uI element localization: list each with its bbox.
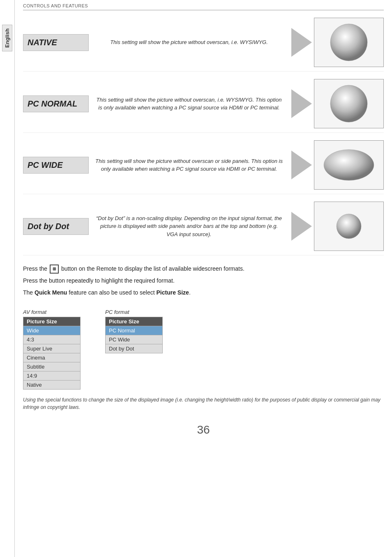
pc-item-pc-normal-label: PC Normal bbox=[106, 326, 163, 335]
page-number: 36 bbox=[23, 423, 384, 436]
av-item-subtitle-label: Subtitle bbox=[23, 362, 81, 371]
av-header-cell: Picture Size bbox=[23, 317, 81, 326]
pc-normal-arrow bbox=[289, 89, 314, 118]
av-format-label: AV format bbox=[23, 309, 81, 315]
page-header: CONTROLS AND FEATURES bbox=[23, 0, 384, 10]
picture-size-text: Picture Size bbox=[157, 289, 189, 296]
pc-wide-sphere bbox=[318, 146, 380, 183]
pc-format-label: PC format bbox=[105, 309, 163, 315]
av-menu-item-wide[interactable]: Wide bbox=[23, 326, 81, 335]
line1-pre: Press the bbox=[23, 265, 49, 272]
dot-by-dot-arrow bbox=[289, 212, 314, 241]
feature-pc-wide: PC WIDE This setting will show the pictu… bbox=[23, 133, 384, 194]
pc-menu-header: Picture Size bbox=[106, 317, 163, 326]
instructions-section: Press the ⊞ button on the Remote to disp… bbox=[23, 255, 384, 304]
native-description: This setting will show the picture witho… bbox=[89, 38, 289, 46]
av-item-14-9-label: 14:9 bbox=[23, 371, 81, 380]
svg-point-3 bbox=[337, 214, 361, 239]
sidebar-label: English bbox=[2, 25, 12, 51]
av-menu-item-super-live[interactable]: Super Live bbox=[23, 344, 81, 353]
line3-pre: The bbox=[23, 289, 35, 296]
pc-normal-label: PC NORMAL bbox=[23, 95, 89, 112]
svg-point-0 bbox=[330, 24, 367, 61]
av-menu-item-native[interactable]: Native bbox=[23, 380, 81, 389]
native-arrow bbox=[289, 28, 314, 57]
pc-menu-item-dot-by-dot[interactable]: Dot by Dot bbox=[106, 344, 163, 353]
line1-post: button on the Remote to display the list… bbox=[60, 265, 244, 272]
av-item-native-label: Native bbox=[23, 380, 81, 389]
av-menu-header: Picture Size bbox=[23, 317, 81, 326]
dot-by-dot-description: “Dot by Dot” is a non-scaling display. D… bbox=[89, 214, 289, 239]
native-sphere bbox=[324, 22, 374, 63]
native-preview bbox=[314, 18, 384, 67]
features-container: NATIVE This setting will show the pictur… bbox=[23, 10, 384, 255]
pc-wide-arrow bbox=[289, 151, 314, 179]
pc-normal-description: This setting will show the picture witho… bbox=[89, 96, 289, 112]
av-item-wide-label: Wide bbox=[23, 326, 81, 335]
av-item-super-live-label: Super Live bbox=[23, 344, 81, 353]
av-format-column: AV format Picture Size Wide 4:3 Super Li… bbox=[23, 309, 81, 390]
pc-item-dot-by-dot-label: Dot by Dot bbox=[106, 344, 163, 353]
sidebar: English bbox=[0, 0, 15, 557]
svg-point-2 bbox=[324, 150, 374, 181]
main-content: CONTROLS AND FEATURES NATIVE This settin… bbox=[15, 0, 392, 453]
remote-button-icon: ⊞ bbox=[50, 265, 59, 274]
pc-menu-table: Picture Size PC Normal PC Wide Dot by Do… bbox=[105, 317, 163, 353]
pc-item-pc-wide-label: PC Wide bbox=[106, 335, 163, 344]
pc-wide-description: This setting will show the picture witho… bbox=[89, 157, 289, 173]
av-item-4-3-label: 4:3 bbox=[23, 335, 81, 344]
instruction-line2: Press the button repeatedly to highlight… bbox=[23, 276, 384, 286]
av-item-cinema-label: Cinema bbox=[23, 353, 81, 362]
instruction-line3: The Quick Menu feature can also be used … bbox=[23, 288, 384, 298]
line3-end: . bbox=[189, 289, 191, 296]
dot-by-dot-sphere bbox=[332, 211, 365, 242]
av-menu-item-subtitle[interactable]: Subtitle bbox=[23, 362, 81, 371]
instruction-line1: Press the ⊞ button on the Remote to disp… bbox=[23, 264, 384, 274]
pc-menu-item-pc-wide[interactable]: PC Wide bbox=[106, 335, 163, 344]
pc-wide-label: PC WIDE bbox=[23, 157, 89, 174]
dot-by-dot-preview bbox=[314, 202, 384, 251]
native-label: NATIVE bbox=[23, 34, 89, 51]
pc-menu-item-pc-normal[interactable]: PC Normal bbox=[106, 326, 163, 335]
feature-dot-by-dot: Dot by Dot “Dot by Dot” is a non-scaling… bbox=[23, 194, 384, 255]
line3-mid: feature can also be used to select bbox=[67, 289, 156, 296]
arrow-icon bbox=[291, 89, 312, 118]
disclaimer-text: Using the special functions to change th… bbox=[23, 396, 384, 411]
feature-pc-normal: PC NORMAL This setting will show the pic… bbox=[23, 72, 384, 133]
pc-format-column: PC format Picture Size PC Normal PC Wide… bbox=[105, 309, 163, 353]
menus-row: AV format Picture Size Wide 4:3 Super Li… bbox=[23, 309, 384, 390]
arrow-icon bbox=[291, 212, 312, 241]
pc-header-cell: Picture Size bbox=[106, 317, 163, 326]
pc-normal-sphere bbox=[324, 83, 374, 124]
arrow-icon bbox=[291, 28, 312, 57]
svg-point-1 bbox=[330, 85, 367, 122]
quick-menu-text: Quick Menu bbox=[35, 289, 67, 296]
av-menu-table: Picture Size Wide 4:3 Super Live Cinema … bbox=[23, 317, 81, 390]
arrow-icon bbox=[291, 151, 312, 179]
dot-by-dot-label: Dot by Dot bbox=[23, 218, 89, 235]
feature-native: NATIVE This setting will show the pictur… bbox=[23, 10, 384, 72]
av-menu-item-cinema[interactable]: Cinema bbox=[23, 353, 81, 362]
av-menu-item-14-9[interactable]: 14:9 bbox=[23, 371, 81, 380]
pc-wide-preview bbox=[314, 140, 384, 190]
av-menu-item-4-3[interactable]: 4:3 bbox=[23, 335, 81, 344]
pc-normal-preview bbox=[314, 79, 384, 128]
